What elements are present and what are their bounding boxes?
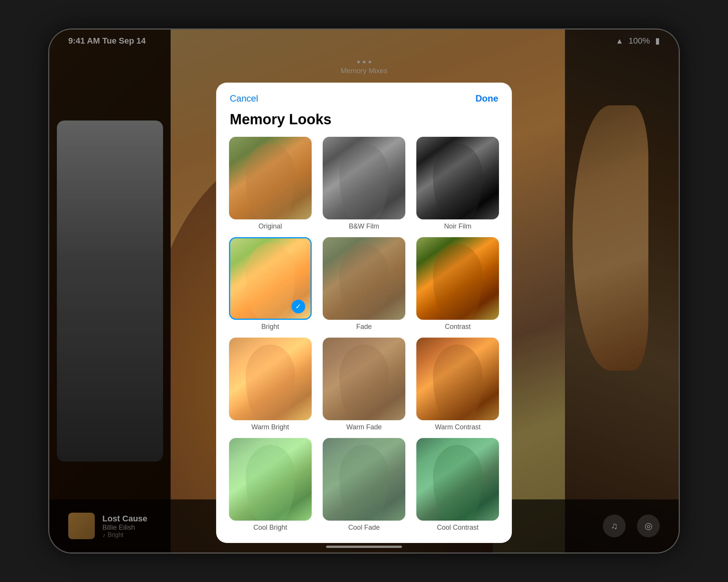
look-fade[interactable]: Fade [320, 237, 407, 331]
selected-checkmark: ✓ [292, 300, 305, 313]
look-label-warm-bright: Warm Bright [251, 423, 289, 431]
look-label-bw-film: B&W Film [349, 222, 379, 230]
done-button[interactable]: Done [475, 93, 498, 104]
thumb-cool-fade [323, 438, 405, 521]
thumb-warm-bright [229, 338, 312, 420]
modal-title: Memory Looks [216, 108, 512, 137]
look-noir-film[interactable]: Noir Film [414, 137, 501, 230]
looks-grid: Original B&W Film Noir Film [216, 137, 512, 532]
modal-header: Cancel Done [216, 83, 512, 108]
look-label-warm-contrast: Warm Contrast [435, 423, 480, 431]
look-warm-contrast[interactable]: Warm Contrast [414, 338, 501, 431]
look-label-fade: Fade [356, 323, 372, 331]
look-label-bright: Bright [261, 323, 279, 331]
thumb-fade [323, 237, 405, 320]
look-bw-film[interactable]: B&W Film [320, 137, 407, 230]
thumb-cool-contrast [416, 438, 499, 521]
look-label-noir: Noir Film [444, 222, 471, 230]
look-cool-contrast[interactable]: Cool Contrast [414, 438, 501, 532]
thumb-noir [416, 137, 499, 219]
look-contrast[interactable]: Contrast [414, 237, 501, 331]
thumb-bw-film [323, 137, 405, 219]
look-bright[interactable]: ✓ Bright [227, 237, 314, 331]
look-label-cool-contrast: Cool Contrast [437, 524, 479, 532]
look-cool-bright[interactable]: Cool Bright [227, 438, 314, 532]
look-warm-bright[interactable]: Warm Bright [227, 338, 314, 431]
thumb-warm-fade [323, 338, 405, 420]
look-label-contrast: Contrast [445, 323, 471, 331]
thumb-contrast [416, 237, 499, 320]
cancel-button[interactable]: Cancel [230, 93, 258, 104]
thumb-warm-contrast [416, 338, 499, 420]
thumb-bright: ✓ [229, 237, 312, 320]
look-original[interactable]: Original [227, 137, 314, 230]
thumb-cool-bright [229, 438, 312, 521]
look-cool-fade[interactable]: Cool Fade [320, 438, 407, 532]
home-indicator [326, 546, 402, 548]
thumb-original [229, 137, 312, 219]
look-warm-fade[interactable]: Warm Fade [320, 338, 407, 431]
device-screen: 9:41 AM Tue Sep 14 ▲ 100% ▮ [49, 30, 679, 552]
look-label-cool-fade: Cool Fade [348, 524, 380, 532]
device-frame: 9:41 AM Tue Sep 14 ▲ 100% ▮ [49, 30, 679, 552]
memory-looks-modal: Cancel Done Memory Looks Original [216, 83, 512, 543]
look-label-warm-fade: Warm Fade [346, 423, 381, 431]
look-label-cool-bright: Cool Bright [253, 524, 287, 532]
look-label-original: Original [259, 222, 282, 230]
